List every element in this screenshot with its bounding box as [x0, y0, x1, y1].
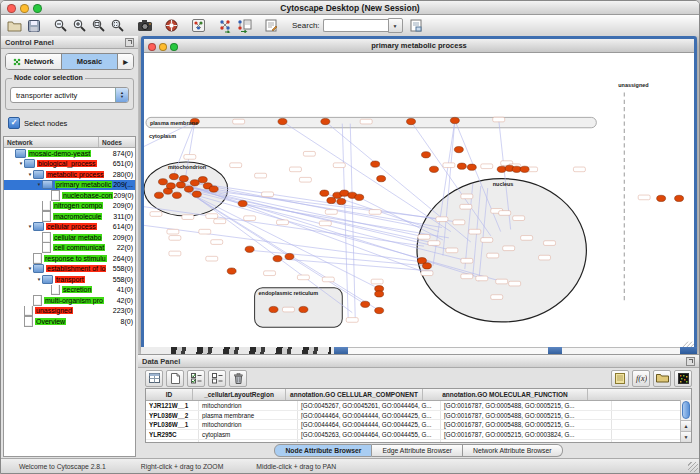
- table-row[interactable]: YLR295Ccytoplasm[GO:0045263, GO:0044464,…: [146, 430, 681, 440]
- tree-row[interactable]: ▼cellular process614(0): [4, 222, 135, 233]
- formula-icon[interactable]: f(x): [632, 370, 650, 387]
- control-panel-title: Control Panel: [5, 38, 54, 47]
- nucleus-label: nucleus: [493, 181, 514, 187]
- tree-row[interactable]: nitrogen compo209(0): [4, 201, 135, 212]
- col-molecular-function[interactable]: annotation.GO MOLECULAR_FUNCTION: [423, 389, 588, 400]
- network-node: [190, 180, 199, 186]
- col-id[interactable]: ID: [146, 389, 193, 400]
- control-panel: Control Panel Network Mosaic ▶ Node colo…: [1, 36, 139, 459]
- network-node: [520, 166, 529, 172]
- status-welcome: Welcome to Cytoscape 2.8.1: [19, 463, 106, 470]
- scroll-up-icon[interactable]: ▲: [681, 420, 691, 431]
- network-view-window[interactable]: primary metabolic process plasma membran…: [141, 36, 697, 353]
- zoom-in-icon[interactable]: [71, 18, 88, 34]
- network-node: [273, 256, 282, 262]
- search-input[interactable]: [323, 19, 388, 32]
- color-attribute-dropdown[interactable]: transporter activity ▲▼: [10, 87, 129, 103]
- open-icon[interactable]: [6, 18, 23, 34]
- table-row[interactable]: YPL036W__1mitochondrion[GO:0044464, GO:0…: [146, 420, 681, 430]
- tree-row[interactable]: Overview8(0): [4, 316, 135, 327]
- snapshot-icon[interactable]: [136, 18, 153, 34]
- table-scrollbar[interactable]: ▲ ▼: [680, 400, 691, 442]
- tab-edge-attribute-browser[interactable]: Edge Attribute Browser: [372, 444, 463, 457]
- vizmapper-icon[interactable]: [190, 18, 207, 34]
- scroll-down-icon[interactable]: ▼: [681, 431, 691, 442]
- tab-overflow-arrow-icon[interactable]: ▶: [118, 54, 133, 69]
- table-row[interactable]: YJR121W__1mitochondrion[GO:0045267, GO:0…: [146, 401, 681, 411]
- minimize-icon[interactable]: [20, 4, 29, 13]
- node-label: [264, 271, 276, 276]
- zoom-fit-icon[interactable]: [90, 18, 107, 34]
- tree-row[interactable]: macromolecule311(0): [4, 211, 135, 222]
- notes-icon[interactable]: [611, 370, 629, 387]
- tree-row[interactable]: ▼biological_process651(0): [4, 159, 135, 170]
- matrix-icon[interactable]: [674, 370, 692, 387]
- tab-node-attribute-browser[interactable]: Node Attribute Browser: [274, 444, 372, 457]
- save-icon[interactable]: [25, 18, 42, 34]
- select-nodes-checkbox[interactable]: ✓: [8, 117, 20, 129]
- resize-grip[interactable]: [688, 462, 698, 472]
- col-region[interactable]: _cellularLayoutRegion: [193, 389, 286, 400]
- network-minimize-icon[interactable]: [159, 43, 167, 51]
- background-window[interactable]: [171, 347, 331, 354]
- node-label: [211, 240, 223, 245]
- float-panel-icon[interactable]: [686, 357, 695, 366]
- select-all-attributes-icon[interactable]: [187, 370, 205, 387]
- tree-row[interactable]: ▼primary metabolic209(...: [4, 180, 135, 191]
- network-node: [377, 176, 386, 182]
- new-attribute-icon[interactable]: [166, 370, 184, 387]
- network-window-titlebar[interactable]: primary metabolic process: [144, 39, 694, 53]
- tree-row[interactable]: unassigned223(0): [4, 306, 135, 317]
- network-canvas[interactable]: plasma membranecytoplasmmitochondrionnuc…: [144, 53, 694, 350]
- tree-row[interactable]: ▼metabolic process280(0): [4, 169, 135, 180]
- network-maximize-icon[interactable]: [170, 43, 178, 51]
- tree-row[interactable]: ▼transport558(0): [4, 274, 135, 285]
- search-dropdown-icon[interactable]: ▼: [388, 18, 403, 33]
- delete-attribute-icon[interactable]: [229, 370, 247, 387]
- tab-network[interactable]: Network: [6, 54, 62, 69]
- table-row[interactable]: YPL036W__2plasma membrane[GO:0044464, GO…: [146, 411, 681, 421]
- node-label: [182, 215, 194, 220]
- node-label: [169, 251, 181, 256]
- tree-row[interactable]: cellular metabo209(0): [4, 232, 135, 243]
- maximize-icon[interactable]: [33, 4, 42, 13]
- table-cell-empty: [612, 401, 681, 410]
- node-label: [184, 155, 196, 160]
- tree-row[interactable]: response to stimulu264(0): [4, 253, 135, 264]
- annotation-icon[interactable]: [263, 18, 280, 34]
- table-cell: [GO:0016787, GO:0005488, GO:0005215, G..…: [441, 411, 612, 420]
- data-panel-header: Data Panel: [138, 355, 699, 368]
- search-options-icon[interactable]: [408, 18, 425, 34]
- node-count: 264(0): [113, 255, 135, 262]
- tree-row[interactable]: mosaic-demo-yeast874(0): [4, 148, 135, 159]
- tree-row[interactable]: secretion41(0): [4, 285, 135, 296]
- tree-col-network[interactable]: Network: [4, 137, 99, 147]
- network-node: [169, 173, 178, 179]
- col-cellular-component[interactable]: annotation.GO CELLULAR_COMPONENT: [286, 389, 423, 400]
- attribute-table-icon[interactable]: [145, 370, 163, 387]
- zoom-out-icon[interactable]: [52, 18, 69, 34]
- import-table-icon[interactable]: [236, 18, 253, 34]
- tree-row[interactable]: ▼establishment of lo558(0): [4, 264, 135, 275]
- scrollbar-thumb[interactable]: [682, 401, 690, 419]
- file-icon: [51, 190, 60, 201]
- unselect-all-attributes-icon[interactable]: [208, 370, 226, 387]
- tab-mosaic[interactable]: Mosaic: [62, 54, 118, 69]
- tree-row[interactable]: cell communicat22(0): [4, 243, 135, 254]
- node-label: [521, 236, 533, 241]
- tree-row[interactable]: nucleobase-con209(0): [4, 190, 135, 201]
- import-attributes-icon[interactable]: [653, 370, 671, 387]
- float-panel-icon[interactable]: [125, 38, 134, 47]
- help-icon[interactable]: [163, 18, 180, 34]
- table-row[interactable]: YKR052Ccytoplasm[GO:0044464, GO:0044446,…: [146, 440, 681, 442]
- close-icon[interactable]: [7, 4, 16, 13]
- tree-col-nodes[interactable]: Nodes: [99, 139, 135, 146]
- node-label: [303, 151, 315, 156]
- status-bar: Welcome to Cytoscape 2.8.1 Right-click +…: [1, 458, 699, 473]
- network-close-icon[interactable]: [148, 43, 156, 51]
- tree-row[interactable]: multi-organism pro42(0): [4, 295, 135, 306]
- import-network-icon[interactable]: [217, 18, 234, 34]
- node-label: [169, 236, 181, 241]
- tab-network-attribute-browser[interactable]: Network Attribute Browser: [463, 444, 563, 457]
- zoom-selected-icon[interactable]: [109, 18, 126, 34]
